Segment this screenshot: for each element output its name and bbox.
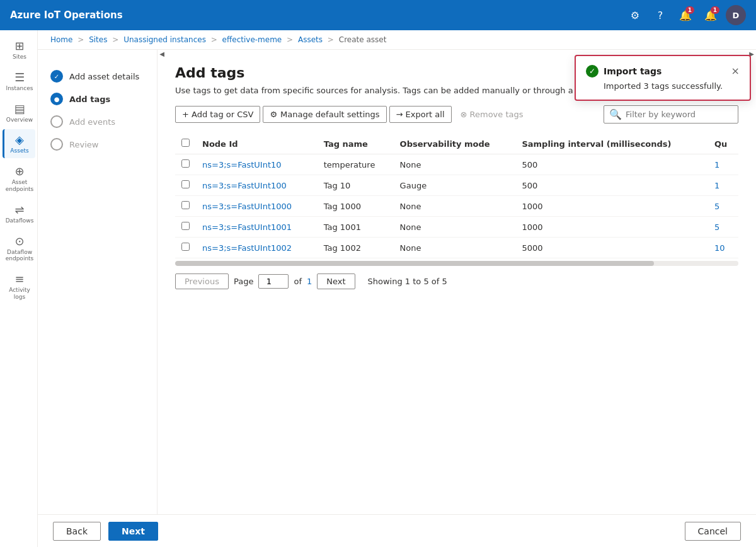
qu-cell-2: 5 <box>708 196 738 217</box>
qu-cell-3: 5 <box>708 217 738 238</box>
assets-icon: ◈ <box>15 133 24 146</box>
toast-popup: ✓ Import tags × Imported 3 tags successf… <box>575 55 751 101</box>
row-checkbox-cell-2[interactable] <box>175 196 196 217</box>
settings-icon-btn[interactable]: ⚙ <box>625 5 645 25</box>
toast-body: Imported 3 tags successfully. <box>586 81 740 91</box>
manage-default-settings-button[interactable]: ⚙ Manage default settings <box>263 106 386 123</box>
step-add-tags[interactable]: ● Add tags <box>48 88 147 110</box>
filter-input[interactable] <box>626 110 733 119</box>
tag-name-cell-2: Tag 1000 <box>318 196 394 217</box>
observability-cell-0: None <box>394 154 516 175</box>
tags-table: Node Id Tag name Observability mode Samp… <box>175 134 738 258</box>
sidebar-item-instances[interactable]: ☰ Instances <box>3 67 35 96</box>
row-checkbox-0[interactable] <box>181 159 190 168</box>
next-button[interactable]: Next <box>317 274 355 289</box>
row-checkbox-cell-0[interactable] <box>175 154 196 175</box>
row-checkbox-cell-1[interactable] <box>175 175 196 196</box>
sidebar-label-dataflow-endpoints: Dataflow endpoints <box>6 249 34 263</box>
sidebar-item-sites[interactable]: ⊞ Sites <box>3 35 35 64</box>
sites-icon: ⊞ <box>14 39 24 52</box>
next-button-bottom[interactable]: Next <box>108 522 158 541</box>
asset-endpoints-icon: ⊕ <box>14 164 24 178</box>
sampling-cell-4: 5000 <box>515 238 708 258</box>
search-icon: 🔍 <box>609 108 622 120</box>
sidebar-item-assets[interactable]: ◈ Assets <box>3 129 35 158</box>
step-label-1: Add asset details <box>69 72 139 81</box>
breadcrumb-home[interactable]: Home <box>50 35 72 44</box>
sidebar-item-dataflow-endpoints[interactable]: ⊙ Dataflow endpoints <box>3 231 35 267</box>
dataflows-icon: ⇌ <box>14 203 24 216</box>
total-pages: 1 <box>307 277 312 286</box>
row-checkbox-4[interactable] <box>181 243 190 251</box>
step-review[interactable]: Review <box>48 133 147 156</box>
export-all-button[interactable]: → Export all <box>389 106 452 123</box>
row-checkbox-2[interactable] <box>181 201 190 209</box>
th-observability: Observability mode <box>394 134 516 154</box>
th-select-all[interactable] <box>175 134 196 154</box>
remove-tags-button[interactable]: ⊗ Remove tags <box>454 107 530 122</box>
navbar: Azure IoT Operations ⚙ ? 🔔 1 🔔 1 D <box>0 0 756 30</box>
sidebar-item-overview[interactable]: ▤ Overview <box>3 98 35 127</box>
tag-name-cell-4: Tag 1002 <box>318 238 394 258</box>
toast-close-button[interactable]: × <box>731 66 740 76</box>
sidebar-label-instances: Instances <box>6 85 33 92</box>
page-label: Page <box>234 277 253 286</box>
th-sampling: Sampling interval (milliseconds) <box>515 134 708 154</box>
filter-input-wrap: 🔍 <box>604 105 738 124</box>
row-checkbox-cell-3[interactable] <box>175 217 196 238</box>
select-all-checkbox[interactable] <box>181 139 190 147</box>
notifications1-icon-btn[interactable]: 🔔 1 <box>675 5 696 25</box>
node-id-cell-0[interactable]: ns=3;s=FastUInt10 <box>196 154 318 175</box>
sidebar-item-asset-endpoints[interactable]: ⊕ Asset endpoints <box>3 161 35 197</box>
previous-button[interactable]: Previous <box>175 274 229 289</box>
sidebar-label-asset-endpoints: Asset endpoints <box>6 179 34 193</box>
toast-header: ✓ Import tags × <box>586 65 740 78</box>
breadcrumb-unassigned[interactable]: Unassigned instances <box>123 35 206 44</box>
step-add-events[interactable]: Add events <box>48 110 147 133</box>
step-circle-3 <box>50 115 63 128</box>
scroll-left-arrow[interactable]: ◀ <box>158 50 166 57</box>
table-row: ns=3;s=FastUInt1002 Tag 1002 None 5000 1… <box>175 238 738 258</box>
navbar-icons: ⚙ ? 🔔 1 🔔 1 D <box>625 5 746 25</box>
page-number-input[interactable] <box>258 274 289 289</box>
notifications2-icon-btn[interactable]: 🔔 1 <box>701 5 721 25</box>
node-id-cell-4[interactable]: ns=3;s=FastUInt1002 <box>196 238 318 258</box>
observability-cell-1: Gauge <box>394 175 516 196</box>
th-tag-name: Tag name <box>318 134 394 154</box>
sidebar-item-dataflows[interactable]: ⇌ Dataflows <box>3 199 35 228</box>
row-checkbox-cell-4[interactable] <box>175 238 196 258</box>
cancel-button[interactable]: Cancel <box>685 522 741 541</box>
tag-name-cell-0: temperature <box>318 154 394 175</box>
sidebar-item-activity-logs[interactable]: ≡ Activity logs <box>3 268 35 304</box>
step-label-2: Add tags <box>69 95 110 104</box>
avatar[interactable]: D <box>726 5 746 25</box>
breadcrumb-assets[interactable]: Assets <box>298 35 323 44</box>
of-label: of <box>294 277 302 286</box>
node-id-cell-3[interactable]: ns=3;s=FastUInt1001 <box>196 217 318 238</box>
breadcrumb-sites[interactable]: Sites <box>89 35 107 44</box>
row-checkbox-1[interactable] <box>181 180 190 188</box>
breadcrumb-current: Create asset <box>339 35 387 44</box>
sidebar-label-activity-logs: Activity logs <box>7 287 33 301</box>
toast-title: Import tags <box>604 66 726 76</box>
notification-badge-2: 1 <box>711 6 719 14</box>
overview-icon: ▤ <box>14 102 25 115</box>
showing-text: Showing 1 to 5 of 5 <box>368 277 447 286</box>
main-area: Home > Sites > Unassigned instances > ef… <box>38 30 756 547</box>
step-label-3: Add events <box>69 117 115 127</box>
gear-icon: ⚙ <box>270 110 277 119</box>
step-add-asset-details[interactable]: ✓ Add asset details <box>48 65 147 88</box>
node-id-cell-1[interactable]: ns=3;s=FastUInt100 <box>196 175 318 196</box>
node-id-cell-2[interactable]: ns=3;s=FastUInt1000 <box>196 196 318 217</box>
toast-success-icon: ✓ <box>586 65 598 78</box>
step-label-4: Review <box>69 140 98 149</box>
row-checkbox-3[interactable] <box>181 222 190 230</box>
breadcrumb-effective-meme[interactable]: effective-meme <box>222 35 282 44</box>
instances-icon: ☰ <box>14 71 25 84</box>
observability-cell-3: None <box>394 217 516 238</box>
add-tag-csv-button[interactable]: + Add tag or CSV <box>175 106 260 123</box>
sampling-cell-0: 500 <box>515 154 708 175</box>
help-icon-btn[interactable]: ? <box>650 5 670 25</box>
steps-panel: ✓ Add asset details ● Add tags Add event… <box>38 50 158 514</box>
back-button[interactable]: Back <box>53 522 101 541</box>
